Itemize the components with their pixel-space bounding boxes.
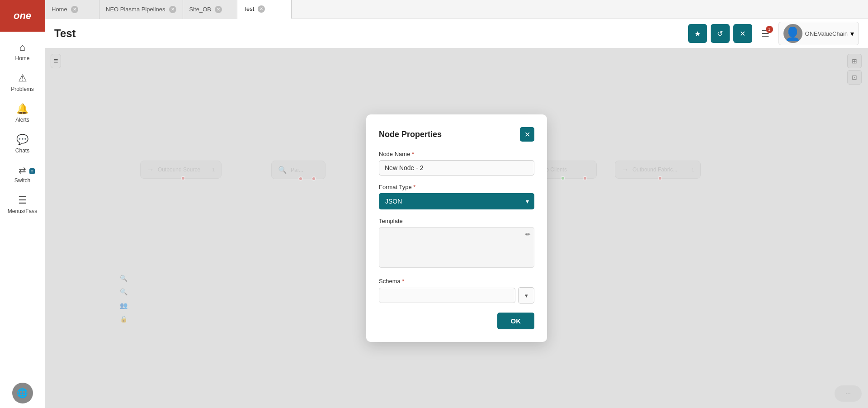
canvas-area: ≡ → Outbound Source 1 🔍 Par... 1 Neo Cli…: [45, 48, 868, 408]
tab-neo-close[interactable]: ✕: [169, 6, 176, 13]
user-dropdown-arrow: ▾: [850, 29, 854, 38]
tab-home[interactable]: Home ✕: [45, 0, 99, 19]
template-group: Template ✏: [379, 218, 534, 270]
switch-badge: ≡: [29, 168, 35, 174]
format-type-required: *: [413, 184, 415, 190]
tab-home-label: Home: [52, 6, 67, 13]
tab-home-close[interactable]: ✕: [71, 6, 78, 13]
template-label: Template: [379, 218, 534, 224]
app-logo[interactable]: one: [0, 0, 45, 32]
sidebar-item-problems[interactable]: ⚠ Problems: [0, 67, 45, 98]
modal-overlay: Node Properties ✕ Node Name *: [45, 48, 868, 408]
schema-dropdown-icon: ▾: [525, 292, 528, 299]
favorite-button[interactable]: ★: [688, 24, 707, 43]
modal-header: Node Properties ✕: [379, 127, 534, 142]
tab-neo[interactable]: NEO Plasma Pipelines ✕: [99, 0, 183, 19]
format-type-select[interactable]: JSON XML CSV Text: [379, 193, 534, 209]
format-type-select-wrapper: JSON XML CSV Text ▾: [379, 193, 534, 209]
ok-button[interactable]: OK: [497, 313, 535, 329]
modal-footer: OK: [379, 313, 534, 329]
main-area: Home ✕ NEO Plasma Pipelines ✕ Site_OB ✕ …: [45, 0, 868, 408]
tab-site[interactable]: Site_OB ✕: [183, 0, 237, 19]
page-header: Test ★ ↺ ✕ ☰ 1 👤 ONEValueChain ▾: [45, 19, 868, 48]
sidebar: one ⌂ Home ⚠ Problems 🔔 Alerts 💬 Chats ⇄…: [0, 0, 45, 408]
node-properties-modal: Node Properties ✕ Node Name *: [366, 114, 547, 342]
notification-badge: 1: [766, 26, 773, 33]
schema-label: Schema *: [379, 278, 534, 285]
logo-text: one: [14, 10, 31, 22]
template-wrapper: ✏: [379, 227, 534, 270]
sidebar-label-problems: Problems: [11, 86, 34, 92]
sidebar-item-home[interactable]: ⌂ Home: [0, 36, 45, 67]
sidebar-label-switch: Switch: [14, 177, 30, 184]
refresh-icon: ↺: [717, 29, 723, 38]
tab-test-label: Test: [244, 5, 255, 12]
modal-close-button[interactable]: ✕: [520, 127, 534, 142]
chat-icon: 💬: [16, 134, 28, 146]
header-actions: ★ ↺ ✕ ☰ 1 👤 ONEValueChain ▾: [688, 22, 859, 45]
user-selector[interactable]: 👤 ONEValueChain ▾: [778, 22, 859, 45]
node-name-label: Node Name *: [379, 151, 534, 157]
menu-icon: ☰: [18, 195, 27, 206]
tab-site-close[interactable]: ✕: [215, 6, 222, 13]
schema-group: Schema * ▾: [379, 278, 534, 304]
hamburger-menu-button[interactable]: ☰ 1: [756, 24, 775, 43]
star-icon: ★: [694, 29, 701, 38]
schema-required: *: [402, 278, 404, 285]
sidebar-item-alerts[interactable]: 🔔 Alerts: [0, 98, 45, 128]
format-type-group: Format Type * JSON XML CSV Text ▾: [379, 184, 534, 209]
sidebar-bottom: 🌐: [12, 383, 33, 408]
modal-title: Node Properties: [379, 130, 442, 139]
sidebar-label-alerts: Alerts: [15, 117, 29, 123]
tab-test-close[interactable]: ✕: [258, 5, 265, 13]
modal-close-icon: ✕: [524, 130, 530, 139]
sidebar-item-switch[interactable]: ⇄ ≡ Switch: [0, 159, 45, 189]
switch-icon: ⇄: [19, 165, 26, 176]
tab-neo-label: NEO Plasma Pipelines: [106, 6, 165, 13]
sidebar-item-menus-favs[interactable]: ☰ Menus/Favs: [0, 189, 45, 220]
sidebar-label-menus-favs: Menus/Favs: [8, 208, 37, 214]
sidebar-label-home: Home: [15, 55, 29, 62]
page-title: Test: [54, 27, 688, 40]
node-name-required: *: [412, 151, 414, 157]
bell-icon: 🔔: [16, 103, 28, 115]
template-edit-button[interactable]: ✏: [525, 231, 531, 238]
sidebar-globe-icon[interactable]: 🌐: [12, 383, 33, 403]
pencil-icon: ✏: [525, 231, 531, 238]
schema-row: ▾: [379, 287, 534, 304]
close-icon: ✕: [740, 29, 745, 38]
template-textarea[interactable]: [379, 227, 534, 268]
refresh-button[interactable]: ↺: [711, 24, 730, 43]
home-icon: ⌂: [19, 42, 25, 53]
warning-icon: ⚠: [18, 72, 27, 84]
schema-input[interactable]: [379, 288, 515, 303]
user-name: ONEValueChain: [805, 30, 848, 37]
format-type-label: Format Type *: [379, 184, 534, 190]
node-name-input[interactable]: [379, 160, 534, 176]
node-name-group: Node Name *: [379, 151, 534, 176]
sidebar-label-chats: Chats: [15, 147, 29, 154]
tab-bar: Home ✕ NEO Plasma Pipelines ✕ Site_OB ✕ …: [45, 0, 868, 19]
sidebar-item-chats[interactable]: 💬 Chats: [0, 128, 45, 159]
tab-test[interactable]: Test ✕: [237, 0, 292, 19]
close-page-button[interactable]: ✕: [733, 24, 752, 43]
tab-site-label: Site_OB: [189, 6, 211, 13]
avatar: 👤: [783, 24, 802, 43]
schema-dropdown-button[interactable]: ▾: [518, 287, 534, 304]
